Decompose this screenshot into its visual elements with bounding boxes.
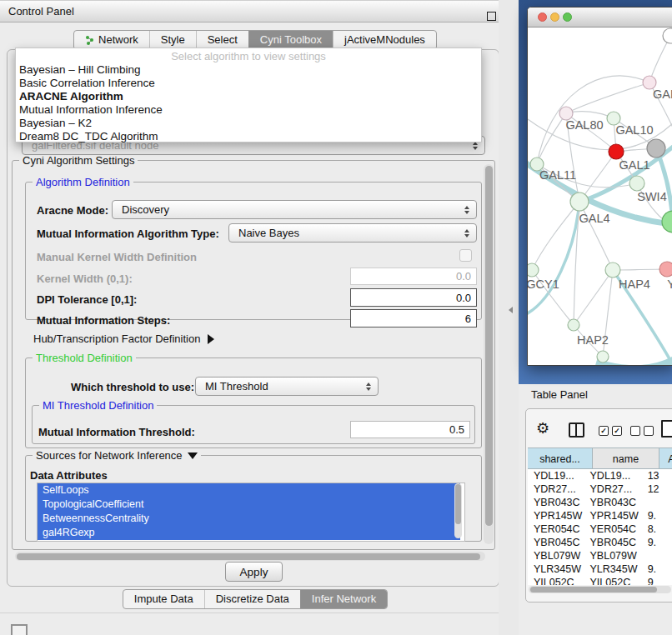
manual-kernel-checkbox[interactable]	[459, 249, 472, 262]
kernel-width-field[interactable]: 0.0	[350, 268, 477, 285]
expand-arrow-icon[interactable]	[208, 334, 214, 344]
network-edge[interactable]	[613, 269, 667, 270]
attribute-item[interactable]: gal4RGexp	[38, 526, 460, 540]
algorithm-option[interactable]: Basic Correlation Inference	[16, 77, 481, 90]
mi-steps-field[interactable]: 6	[350, 309, 477, 328]
tab-style[interactable]: Style	[149, 31, 196, 49]
table-row[interactable]: YDR27...YDR27...12	[528, 482, 672, 496]
collapse-arrow-icon[interactable]	[188, 452, 198, 459]
network-edge[interactable]	[566, 112, 614, 118]
tab-select[interactable]: Select	[196, 31, 248, 49]
settings-hscrollbar-track[interactable]	[15, 552, 485, 561]
network-canvas[interactable]: GALGAL80GAL10GAL1GAL11SWI4GAL4GCY1HAP4YH…	[528, 28, 672, 365]
table-cell[interactable]: YPR145W	[584, 509, 643, 522]
network-window-titlebar[interactable]	[528, 8, 672, 28]
table-cell[interactable]: 9.	[643, 536, 672, 549]
table-cell[interactable]: YER054C	[528, 522, 584, 536]
which-threshold-combo[interactable]: MI Threshold	[195, 377, 379, 396]
zoom-window-icon[interactable]	[563, 12, 572, 22]
minimized-panel-icon[interactable]	[11, 624, 28, 635]
settings-scrollbar-track[interactable]	[484, 164, 494, 544]
export-table-icon[interactable]	[661, 420, 672, 438]
algorithm-option[interactable]: Bayesian – Hill Climbing	[16, 63, 481, 77]
apply-button[interactable]: Apply	[225, 562, 283, 582]
algorithm-option[interactable]: Dream8 DC_TDC Algorithm	[16, 130, 481, 143]
tab-cyni-toolbox[interactable]: Cyni Toolbox	[248, 31, 333, 49]
table-cell[interactable]: YDL19...	[584, 469, 643, 482]
panel-splitter[interactable]	[499, 0, 519, 635]
network-node[interactable]	[647, 139, 665, 158]
table-cell[interactable]: 13	[643, 469, 672, 482]
mi-type-combo[interactable]: Naive Bayes	[228, 223, 477, 242]
table-row[interactable]: YLR345WYLR345W9.	[528, 562, 672, 576]
table-row[interactable]: YBR045CYBR045C9.	[528, 536, 672, 549]
table-cell[interactable]: 9.	[643, 509, 672, 522]
unchecked-columns-icon[interactable]	[630, 426, 654, 436]
column-header-third[interactable]: A	[659, 448, 672, 469]
settings-hscrollbar-thumb[interactable]	[17, 553, 480, 560]
network-edge-strong[interactable]	[528, 202, 579, 316]
table-row[interactable]: YER054CYER054C8.	[528, 522, 672, 536]
settings-scrollbar-thumb[interactable]	[485, 166, 493, 526]
table-cell[interactable]	[643, 549, 672, 562]
table-row[interactable]: YIL052CYIL052C9	[528, 576, 672, 585]
gear-icon[interactable]: ⚙	[536, 419, 549, 438]
table-cell[interactable]: YBR043C	[584, 496, 643, 509]
table-cell[interactable]: 12	[643, 482, 672, 496]
algorithm-option[interactable]: ARACNE Algorithm	[16, 90, 481, 103]
data-attributes-list[interactable]: SelfLoopsTopologicalCoefficientBetweenne…	[37, 482, 465, 542]
aracne-mode-combo[interactable]: Discovery	[112, 200, 477, 219]
table-row[interactable]: YDL19...YDL19...13	[528, 469, 672, 482]
network-node[interactable]	[597, 351, 609, 362]
table-rows[interactable]: YDL19...YDL19...13YDR27...YDR27...12YBR0…	[528, 469, 672, 585]
table-cell[interactable]: YDR27...	[528, 482, 584, 496]
attribute-item[interactable]: TopologicalCoefficient	[38, 498, 460, 512]
network-node[interactable]	[570, 192, 589, 211]
tab-jactivemnodules[interactable]: jActiveMNodules	[333, 31, 436, 49]
table-cell[interactable]: 8.	[643, 522, 672, 536]
table-row[interactable]: YPR145WYPR145W9.	[528, 509, 672, 522]
network-node[interactable]	[662, 211, 672, 232]
table-hscrollbar-thumb[interactable]	[530, 587, 657, 592]
minimize-window-icon[interactable]	[550, 12, 559, 22]
table-cell[interactable]: YBR043C	[528, 496, 584, 509]
float-window-icon[interactable]	[487, 12, 496, 21]
table-cell[interactable]: YDL19...	[528, 469, 584, 482]
dpi-tolerance-field[interactable]: 0.0	[350, 288, 477, 307]
splitter-collapse-arrow[interactable]	[509, 307, 513, 313]
attribute-item[interactable]: SelfLoops	[38, 483, 460, 498]
table-cell[interactable]: 9.	[643, 562, 672, 576]
table-cell[interactable]: YBR045C	[584, 536, 643, 549]
algorithm-option[interactable]: Mutual Information Inference	[16, 103, 481, 117]
table-cell[interactable]: YLR345W	[584, 562, 643, 576]
column-header-name[interactable]: name	[593, 448, 659, 469]
table-cell[interactable]: YIL052C	[584, 576, 643, 585]
network-node[interactable]	[629, 176, 644, 191]
table-cell[interactable]: YER054C	[584, 522, 643, 536]
table-hscrollbar-track[interactable]	[529, 586, 671, 593]
network-node[interactable]	[528, 263, 539, 277]
table-cell[interactable]: YDR27...	[584, 482, 643, 496]
table-cell[interactable]: YBL079W	[528, 549, 584, 562]
table-cell[interactable]: YLR345W	[528, 562, 584, 576]
network-edge-strong[interactable]	[656, 148, 672, 222]
tab-network[interactable]: Network	[74, 31, 149, 49]
attributes-scrollbar-thumb[interactable]	[455, 484, 461, 524]
network-window[interactable]: GALGAL80GAL10GAL1GAL11SWI4GAL4GCY1HAP4YH…	[527, 7, 672, 366]
network-node[interactable]	[663, 28, 672, 43]
attributes-scrollbar-track[interactable]	[454, 483, 462, 538]
table-cell[interactable]: 9	[643, 576, 672, 585]
tab-infer-network[interactable]: Infer Network	[300, 590, 387, 608]
table-cell[interactable]: YBR045C	[528, 536, 584, 549]
tab-discretize-data[interactable]: Discretize Data	[204, 590, 300, 608]
close-window-icon[interactable]	[538, 12, 547, 22]
table-cell[interactable]: YIL052C	[528, 576, 584, 585]
hub-definition-row[interactable]: Hub/Transcription Factor Definition	[33, 332, 214, 345]
checked-columns-icon[interactable]: ✓✓	[599, 426, 622, 436]
network-edge[interactable]	[566, 82, 649, 113]
table-cell[interactable]: YBL079W	[584, 549, 643, 562]
network-node[interactable]	[568, 319, 579, 331]
network-node[interactable]	[659, 262, 672, 277]
table-row[interactable]: YBR043CYBR043C	[528, 496, 672, 509]
algorithm-option[interactable]: Bayesian – K2	[16, 117, 481, 130]
